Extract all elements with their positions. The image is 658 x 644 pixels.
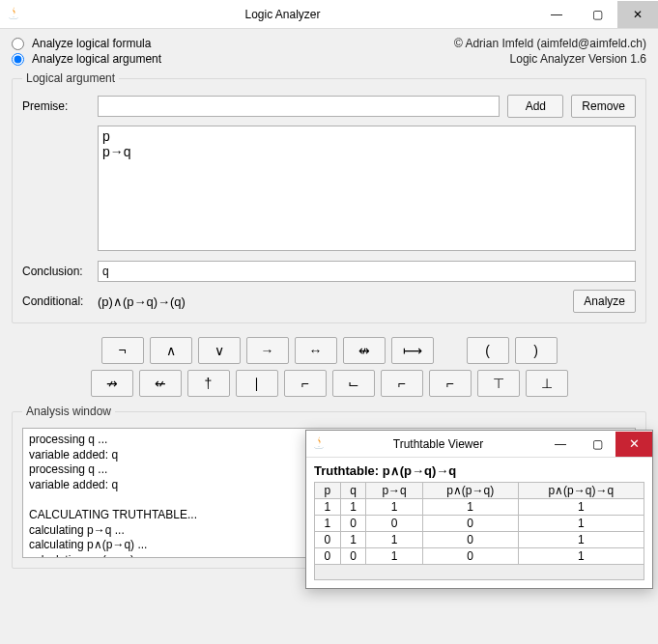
logical-argument-legend: Logical argument <box>22 71 119 85</box>
symbol-r2-1[interactable]: ↚ <box>139 370 182 397</box>
window-title: Logic Analyzer <box>29 8 536 21</box>
java-icon <box>6 7 21 22</box>
truth-cell: 1 <box>518 499 644 516</box>
truth-cell: 1 <box>518 532 644 548</box>
copyright-text: © Adrian Imfeld (aimfeld@aimfeld.ch) <box>454 37 646 50</box>
truth-cell: 1 <box>518 548 644 565</box>
symbol-↮[interactable]: ↮ <box>343 337 386 364</box>
truth-cell: 1 <box>366 548 422 565</box>
truth-col-header: p→q <box>366 483 422 499</box>
truth-col-header: p∧(p→q) <box>422 483 518 499</box>
truth-row: 00101 <box>315 548 644 565</box>
truthtable-close[interactable]: ✕ <box>615 432 652 457</box>
truth-row: 11111 <box>315 499 644 516</box>
symbol-r2-6[interactable]: ⌐ <box>381 370 423 397</box>
add-button[interactable]: Add <box>507 95 563 118</box>
truth-cell: 0 <box>422 516 518 532</box>
window-controls: — ▢ ✕ <box>536 1 658 28</box>
truthtable-titlebar[interactable]: Truthtable Viewer — ▢ ✕ <box>306 431 652 458</box>
truth-cell: 0 <box>422 548 518 565</box>
radio-argument-input[interactable] <box>12 53 24 66</box>
symbol-¬[interactable]: ¬ <box>101 337 144 364</box>
truthtable-footer <box>314 565 644 580</box>
symbol-rparen[interactable]: ) <box>515 337 558 364</box>
premise-item[interactable]: p→q <box>102 144 631 159</box>
main-titlebar: Logic Analyzer — ▢ ✕ <box>0 0 658 29</box>
truth-col-header: p <box>315 483 341 499</box>
symbol-r2-8[interactable]: ⊤ <box>477 370 520 397</box>
truth-cell: 0 <box>340 548 366 565</box>
truth-cell: 1 <box>366 499 422 516</box>
truthtable-header-formula: p∧(p→q)→q <box>383 463 456 478</box>
truthtable-maximize[interactable]: ▢ <box>579 432 615 457</box>
truth-table: pqp→qp∧(p→q)p∧(p→q)→q 111111000101101001… <box>314 482 644 565</box>
analysis-legend: Analysis window <box>22 405 115 418</box>
truth-cell: 0 <box>340 516 366 532</box>
radio-analyze-formula[interactable]: Analyze logical formula <box>12 37 161 50</box>
premise-input[interactable] <box>98 96 500 117</box>
truth-cell: 1 <box>340 499 366 516</box>
symbol-buttons: ¬∧∨→↔↮⟼ ( ) ↛↚†∣⌐⌙⌐⌐⊤⊥ <box>12 337 646 397</box>
symbol-r2-9[interactable]: ⊥ <box>526 370 568 397</box>
truth-cell: 1 <box>518 516 644 532</box>
premise-label: Premise: <box>22 99 90 113</box>
remove-button[interactable]: Remove <box>571 95 636 118</box>
truthtable-minimize[interactable]: — <box>542 432 579 457</box>
truthtable-title: Truthtable Viewer <box>334 437 542 451</box>
truth-cell: 1 <box>315 516 341 532</box>
truth-row: 10001 <box>315 516 644 532</box>
truth-cell: 1 <box>315 499 341 516</box>
window-close[interactable]: ✕ <box>617 1 658 28</box>
conclusion-label: Conclusion: <box>22 265 90 278</box>
symbol-r2-0[interactable]: ↛ <box>91 370 133 397</box>
truthtable-header-prefix: Truthtable: <box>314 463 383 478</box>
truth-cell: 1 <box>422 499 518 516</box>
symbol-r2-5[interactable]: ⌙ <box>332 370 375 397</box>
truth-cell: 0 <box>315 548 341 565</box>
truth-cell: 1 <box>366 532 422 548</box>
symbol-r2-3[interactable]: ∣ <box>236 370 278 397</box>
symbol-⟼[interactable]: ⟼ <box>391 337 434 364</box>
symbol-→[interactable]: → <box>246 337 289 364</box>
radio-analyze-argument[interactable]: Analyze logical argument <box>12 52 161 66</box>
truth-row: 01101 <box>315 532 644 548</box>
truth-cell: 0 <box>315 532 341 548</box>
radio-formula-input[interactable] <box>12 38 24 50</box>
truthtable-window: Truthtable Viewer — ▢ ✕ Truthtable: p∧(p… <box>305 430 653 589</box>
truth-col-header: p∧(p→q)→q <box>518 483 644 499</box>
analyze-button[interactable]: Analyze <box>573 290 636 313</box>
truth-cell: 0 <box>366 516 422 532</box>
symbol-r2-2[interactable]: † <box>187 370 230 397</box>
radio-argument-label: Analyze logical argument <box>32 52 161 66</box>
window-minimize[interactable]: — <box>536 1 577 28</box>
truth-cell: 0 <box>422 532 518 548</box>
truth-cell: 1 <box>340 532 366 548</box>
java-icon <box>311 436 327 452</box>
version-text: Logic Analyzer Version 1.6 <box>454 52 646 66</box>
truth-col-header: q <box>340 483 366 499</box>
logical-argument-panel: Logical argument Premise: Add Remove pp→… <box>12 71 646 323</box>
radio-formula-label: Analyze logical formula <box>32 37 151 50</box>
window-maximize[interactable]: ▢ <box>577 1 617 28</box>
symbol-lparen[interactable]: ( <box>467 337 509 364</box>
conditional-label: Conditional: <box>22 294 90 308</box>
premise-list[interactable]: pp→q <box>98 126 636 251</box>
premise-item[interactable]: p <box>102 128 631 144</box>
conclusion-input[interactable] <box>98 261 636 282</box>
truthtable-header: Truthtable: p∧(p→q)→q <box>314 463 644 478</box>
symbol-↔[interactable]: ↔ <box>295 337 337 364</box>
symbol-∧[interactable]: ∧ <box>150 337 192 364</box>
conditional-text: (p)∧(p→q)→(q) <box>98 294 565 309</box>
symbol-r2-7[interactable]: ⌐ <box>429 370 472 397</box>
symbol-r2-4[interactable]: ⌐ <box>284 370 327 397</box>
symbol-∨[interactable]: ∨ <box>198 337 241 364</box>
